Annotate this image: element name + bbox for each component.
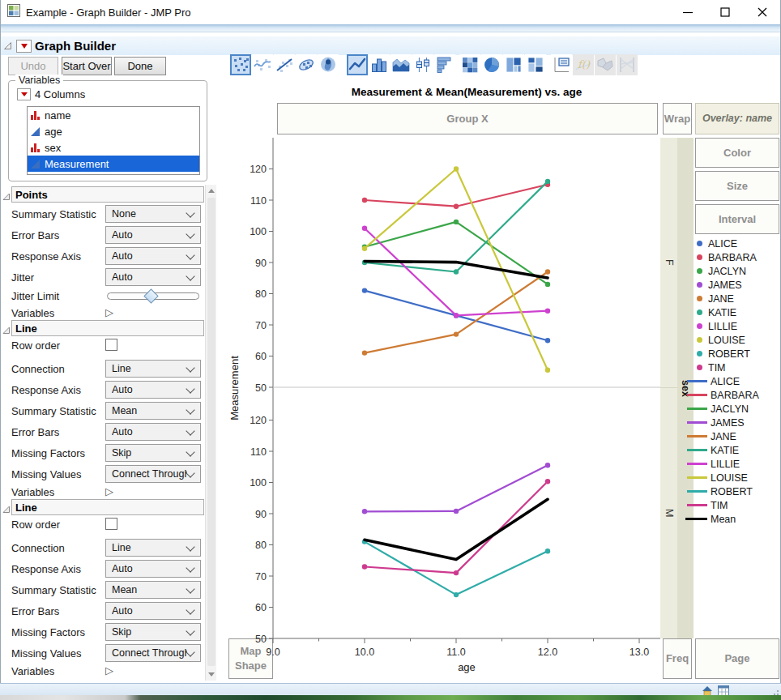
line-1-row-order-checkbox[interactable] [105,339,117,351]
column-item-measurement[interactable]: Measurement [28,156,199,172]
toolbar-icon-pie[interactable] [481,54,502,75]
toolbar-icon-map-shapes[interactable] [595,54,616,75]
start-over-button[interactable]: Start Over [62,57,112,75]
done-button[interactable]: Done [114,57,166,75]
legend-line-item-robert[interactable]: ROBERT [685,484,781,498]
line-2-error-bars-dropdown[interactable]: Auto [105,602,201,620]
scroll-up-icon[interactable] [208,189,215,193]
toolbar-icon-line[interactable] [347,54,368,75]
points-0-jitter-limit-slider[interactable] [107,292,199,300]
legend-line-item-alice[interactable]: ALICE [685,374,781,388]
panel-scrollbar[interactable] [205,185,216,681]
toolbar-icon-caption-box[interactable] [551,54,572,75]
line-1-summary-statistic-dropdown[interactable]: Mean [105,402,201,420]
close-button[interactable] [744,0,781,24]
line-1-connection-dropdown[interactable]: Line [105,360,201,378]
undo-button[interactable]: Undo [8,57,58,75]
red-triangle-menu-icon[interactable] [16,40,32,53]
legend-line-item-lillie[interactable]: LILLIE [685,457,781,471]
line-2-response-axis-dropdown[interactable]: Auto [105,560,201,578]
legend-line-item-katie[interactable]: KATIE [685,443,781,457]
legend-point-item-katie[interactable]: KATIE [685,305,781,319]
points-0-variables-disclosure-icon[interactable]: ▷ [105,306,113,318]
line-1-variables-disclosure-icon[interactable]: ▷ [105,485,113,497]
line-2-missing-factors-dropdown[interactable]: Skip [105,623,201,641]
line-2-missing-values-dropdown[interactable]: Connect Through [105,644,201,662]
line-1-missing-values-dropdown[interactable]: Connect Through [105,465,201,483]
variables-panel: Variables 4 Columns nameagesexMeasuremen… [8,80,207,181]
line-1-missing-factors-dropdown[interactable]: Skip [105,444,201,462]
section-collapse-icon[interactable] [2,190,11,204]
legend-line-item-jane[interactable]: JANE [685,429,781,443]
line-1-response-axis-dropdown[interactable]: Auto [105,381,201,399]
section-collapse-icon[interactable] [2,323,11,338]
y-tick-label: 60 [255,602,267,613]
legend-point-item-barbara[interactable]: BARBARA [685,250,781,264]
legend-point-item-lillie[interactable]: LILLIE [685,319,781,333]
chevron-down-icon [186,384,194,393]
series-point-lillie [545,309,550,314]
plot-area[interactable]: 506070809010011012050607080901001101209.… [227,134,664,681]
minimize-button[interactable] [669,0,706,24]
toolbar-icon-histogram[interactable] [434,54,455,75]
toolbar-icon-points[interactable] [230,54,251,75]
legend-line-item-james[interactable]: JAMES [685,416,781,429]
legend-point-item-louise[interactable]: LOUISE [685,333,781,347]
legend-point-item-james[interactable]: JAMES [685,278,781,292]
points-0-error-bars-dropdown[interactable]: Auto [105,226,201,244]
toolbar-icon-mosaic[interactable] [525,54,546,75]
toolbar-icon-ellipse[interactable] [296,54,317,75]
toolbar-icon-heatmap[interactable] [459,54,480,75]
scroll-down-icon[interactable] [208,672,215,677]
drop-zone-size[interactable]: Size [695,171,779,201]
toolbar-icon-contour[interactable] [318,54,339,75]
column-item-sex[interactable]: sex [28,139,199,156]
maximize-button[interactable] [706,0,744,24]
column-item-name[interactable]: name [28,107,199,123]
toolbar-icon-bar[interactable] [369,54,390,75]
legend-line-item-louise[interactable]: LOUISE [685,471,781,484]
legend-line-item-mean[interactable]: Mean [685,512,781,526]
drop-zone-overlay[interactable]: Overlay: name [695,103,779,134]
drop-zone-group-x[interactable]: Group X [277,103,658,134]
dropdown-value: Skip [112,447,187,459]
toolbar-icon-smoother[interactable] [252,54,273,75]
columns-red-triangle-menu-icon[interactable] [17,88,31,100]
legend-line-item-barbara[interactable]: BARBARA [685,388,781,402]
line-2-row-order-checkbox[interactable] [105,518,117,530]
line-1-error-bars-dropdown[interactable]: Auto [105,423,201,441]
toolbar-icon-line-of-fit[interactable] [274,54,295,75]
slider-thumb[interactable] [143,288,158,303]
line-2-summary-statistic-dropdown[interactable]: Mean [105,581,201,599]
section-collapse-icon[interactable] [2,502,11,517]
drop-zone-interval[interactable]: Interval [695,204,779,234]
chart-title: Measurement & Mean(Measurement) vs. age [273,86,660,98]
drop-zone-color[interactable]: Color [695,138,779,168]
column-item-age[interactable]: age [28,123,199,139]
line-2-connection-dropdown[interactable]: Line [105,539,201,557]
drop-zone-wrap[interactable]: Wrap [663,103,692,134]
collapse-triangle-icon[interactable] [3,39,12,53]
scrollbar-thumb[interactable] [207,198,216,666]
legend-point-item-tim[interactable]: TIM [685,361,781,374]
points-0-summary-statistic-dropdown[interactable]: None [105,205,201,223]
legend-point-item-jane[interactable]: JANE [685,292,781,305]
points-0-jitter-dropdown[interactable]: Auto [105,268,201,286]
legend-point-item-robert[interactable]: ROBERT [685,347,781,361]
points-0-response-axis-dropdown[interactable]: Auto [105,247,201,265]
drop-zone-page[interactable]: Page [695,638,779,679]
legend-label: ALICE [708,238,737,250]
toolbar-icon-treemap[interactable] [503,54,524,75]
y-tick-label: 70 [255,571,267,583]
legend-marker-line [687,504,707,506]
drop-zone-freq[interactable]: Freq [663,638,692,679]
toolbar-icon-box-plot[interactable] [412,54,433,75]
legend-point-item-alice[interactable]: ALICE [685,237,781,250]
toolbar-icon-area[interactable] [390,54,412,75]
line-2-variables-disclosure-icon[interactable]: ▷ [105,664,113,677]
legend-line-item-jaclyn[interactable]: JACLYN [685,402,781,416]
toolbar-icon-formula[interactable]: f() [573,54,594,75]
toolbar-icon-parallel-plot[interactable] [617,54,638,75]
legend-line-item-tim[interactable]: TIM [685,498,781,512]
legend-point-item-jaclyn[interactable]: JACLYN [685,264,781,278]
